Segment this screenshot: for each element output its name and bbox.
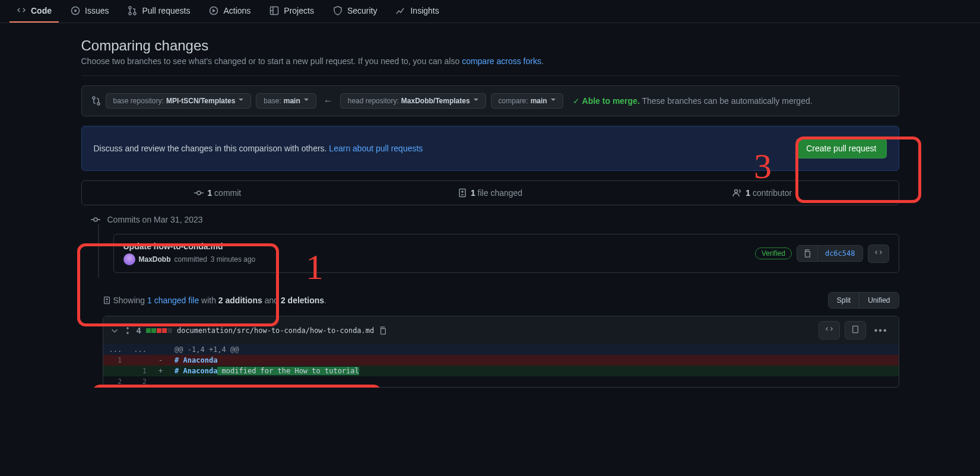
pull-request-icon xyxy=(128,6,137,15)
commit-time: 3 minutes ago xyxy=(211,255,255,264)
verified-badge[interactable]: Verified xyxy=(755,247,792,259)
svg-point-9 xyxy=(197,191,201,195)
commits-date-header: Commits on Mar 31, 2023 xyxy=(81,215,899,224)
diff-file: 4 documentation/src/how-to-conda/how-to-… xyxy=(103,316,899,388)
tab-insights[interactable]: Insights xyxy=(389,0,446,23)
base-value: main xyxy=(284,97,300,105)
contributors-count: 1 xyxy=(746,188,750,198)
diffstat-count: 4 xyxy=(137,326,141,335)
stat-files[interactable]: 1 file changed xyxy=(354,181,626,205)
browse-repo-button[interactable] xyxy=(868,245,889,263)
commit-actions: Verified dc6c548 xyxy=(755,245,889,263)
merge-status: ✓ Able to merge. These branches can be a… xyxy=(573,96,813,106)
projects-icon xyxy=(269,6,279,15)
compare-forks-link[interactable]: compare across forks xyxy=(462,56,541,66)
head-repo-dropdown[interactable]: head repository: MaxDobb/Templates xyxy=(340,93,486,109)
line-number-new[interactable]: 1 xyxy=(128,366,153,376)
compare-value: main xyxy=(531,97,547,105)
commit-dot-icon xyxy=(91,215,100,224)
commits-date-text: Commits on Mar 31, 2023 xyxy=(107,215,203,224)
repo-nav: Code Issues Pull requests Actions Projec… xyxy=(0,0,980,23)
pr-banner-msg: Discuss and review the changes in this c… xyxy=(94,144,329,153)
tab-security-label: Security xyxy=(347,6,378,15)
line-number-new[interactable]: 2 xyxy=(128,376,153,387)
merge-auto-text: These branches can be automatically merg… xyxy=(640,96,813,106)
base-repo-dropdown[interactable]: base repository: MPI-tSCN/Templates xyxy=(106,93,252,109)
svg-point-11 xyxy=(735,190,738,193)
tab-code[interactable]: Code xyxy=(9,0,59,23)
stat-contributors[interactable]: 1 contributor xyxy=(626,181,899,205)
files-count: 1 xyxy=(471,188,475,198)
split-view-button[interactable]: Split xyxy=(829,293,859,308)
changed-files-link[interactable]: 1 changed file xyxy=(147,296,199,305)
line-number-old[interactable]: 2 xyxy=(103,376,128,387)
tab-issues-label: Issues xyxy=(85,6,109,15)
pr-banner-text: Discuss and review the changes in this c… xyxy=(94,144,423,153)
additions-text: 2 additions xyxy=(218,296,262,305)
graph-icon xyxy=(396,6,405,15)
commits-label: commit xyxy=(212,188,241,198)
issues-icon xyxy=(71,6,80,15)
pr-banner: Discuss and review the changes in this c… xyxy=(81,126,899,171)
line-number-old[interactable]: 1 xyxy=(103,355,128,366)
commit-icon xyxy=(194,188,204,198)
head-repo-value: MaxDobb/Templates xyxy=(401,97,470,105)
base-repo-label: base repository: xyxy=(113,97,164,105)
diff-table: ... ... @@ -1,4 +1,4 @@ 1 - # Anaconda 1… xyxy=(103,344,899,387)
view-rendered-button[interactable] xyxy=(845,321,866,339)
hunk-ln[interactable]: ... xyxy=(128,344,153,355)
base-branch-dropdown[interactable]: base: main xyxy=(256,93,316,109)
svg-point-12 xyxy=(94,218,97,221)
tab-issues[interactable]: Issues xyxy=(64,0,116,23)
merge-able-text: Able to merge. xyxy=(582,96,640,106)
file-path[interactable]: documentation/src/how-to-conda/how-to-co… xyxy=(177,326,374,335)
copy-sha-button[interactable] xyxy=(797,245,818,262)
page-subtitle-end: . xyxy=(541,56,544,66)
learn-pr-link[interactable]: Learn about pull requests xyxy=(329,144,423,153)
stats-bar: 1 commit 1 file changed 1 contributor xyxy=(81,180,899,205)
commit-sha-link[interactable]: dc6c548 xyxy=(818,245,863,262)
hunk-text: @@ -1,4 +1,4 @@ xyxy=(169,344,898,355)
tab-projects[interactable]: Projects xyxy=(262,0,321,23)
check-icon: ✓ xyxy=(573,96,580,106)
copy-path-icon[interactable] xyxy=(379,326,387,335)
chevron-down-icon[interactable] xyxy=(110,326,119,335)
unified-view-button[interactable]: Unified xyxy=(859,293,898,308)
file-icon xyxy=(851,325,860,334)
head-repo-label: head repository: xyxy=(348,97,399,105)
svg-point-2 xyxy=(129,7,131,9)
code-icon xyxy=(874,249,883,257)
hunk-header-row: ... ... @@ -1,4 +1,4 @@ xyxy=(103,344,899,355)
file-diff-icon xyxy=(458,188,467,198)
commit-title[interactable]: Update how-to-conda.md xyxy=(123,242,256,251)
copy-icon xyxy=(803,249,811,258)
file-diff-icon xyxy=(103,296,111,304)
compare-branch-dropdown[interactable]: compare: main xyxy=(491,93,563,109)
commit-author[interactable]: MaxDobb xyxy=(139,255,171,264)
tab-pulls[interactable]: Pull requests xyxy=(120,0,197,23)
tab-security[interactable]: Security xyxy=(326,0,385,23)
kebab-icon[interactable]: ••• xyxy=(871,325,892,336)
caret-icon xyxy=(304,99,309,103)
expand-icon[interactable] xyxy=(123,326,132,335)
code-hash: # xyxy=(175,356,183,364)
tab-pulls-label: Pull requests xyxy=(142,6,190,15)
tab-actions[interactable]: Actions xyxy=(202,0,258,23)
code-text: Anaconda xyxy=(183,367,218,375)
svg-point-4 xyxy=(134,12,136,15)
commits-list: Commits on Mar 31, 2023 Update how-to-co… xyxy=(81,215,899,278)
create-pr-button[interactable]: Create pull request xyxy=(796,138,886,158)
showing-text: Showing xyxy=(113,296,147,305)
git-compare-icon xyxy=(91,96,101,106)
stat-commits[interactable]: 1 commit xyxy=(82,181,354,205)
and-text: and xyxy=(262,296,281,305)
hunk-ln[interactable]: ... xyxy=(103,344,128,355)
svg-point-7 xyxy=(93,97,95,99)
with-text: with xyxy=(199,296,218,305)
view-source-button[interactable] xyxy=(819,321,840,339)
page-title: Comparing changes xyxy=(81,37,899,54)
diffstat-blocks xyxy=(146,328,172,333)
diff-line-context: 2 2 xyxy=(103,376,899,387)
avatar[interactable] xyxy=(123,253,135,265)
tab-insights-label: Insights xyxy=(410,6,439,15)
